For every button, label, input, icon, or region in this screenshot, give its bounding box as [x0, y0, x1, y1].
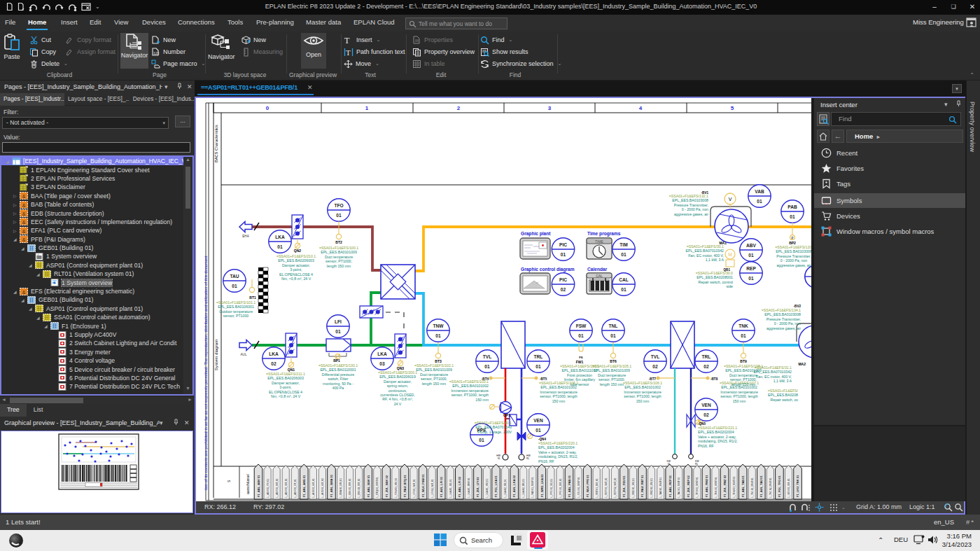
svg-text:Repair switch, control: Repair switch, control — [698, 280, 733, 284]
svg-text:T: T — [346, 48, 351, 57]
svg-text:3-point,: 3-point, — [279, 385, 291, 389]
svg-text:Nm, <0,8 m³, 24 V: Nm, <0,8 m³, 24 V — [271, 394, 301, 398]
svg-text:QN2: QN2 — [294, 249, 302, 253]
svg-text:TNL: TNL — [609, 323, 618, 328]
svg-text:EPL_EES.BA0206019: EPL_EES.BA0206019 — [379, 375, 416, 379]
svg-text:01: 01 — [741, 333, 746, 338]
svg-text:Immersion temperature: Immersion temperature — [540, 390, 578, 394]
svg-text:0 - 2000 Pa, non: 0 - 2000 Pa, non — [774, 321, 801, 326]
svg-text:L_ABV 01_FR_01: L_ABV 01_FR_01 — [267, 479, 270, 498]
svg-text:LKA: LKA — [275, 235, 285, 239]
svg-text:&: & — [22, 289, 26, 294]
svg-text:L_REP 02_WM_01: L_REP 02_WM_01 — [614, 477, 617, 497]
svg-text:F1_ZUL_PZU 01: F1_ZUL_PZU 01 — [622, 475, 626, 497]
svg-text:&: & — [22, 211, 26, 216]
svg-text:sensor, PT1000,: sensor, PT1000, — [730, 377, 757, 382]
svg-text:EPL_EES.BA0101009: EPL_EES.BA0101009 — [321, 250, 357, 254]
svg-text:-BT8: -BT8 — [710, 377, 718, 381]
svg-text:EHA: EHA — [242, 235, 249, 238]
svg-text:150 mm: 150 mm — [475, 398, 489, 402]
svg-text:Duct temperature: Duct temperature — [420, 372, 448, 377]
svg-text:Outdoor temperature: Outdoor temperature — [219, 309, 253, 314]
svg-text:EPL_EES.BA0110001: EPL_EES.BA0110001 — [320, 368, 356, 372]
svg-text:Pressure Transmitter,: Pressure Transmitter, — [776, 254, 811, 258]
svg-text:EPL_EES.BA0103008: EPL_EES.BA0103008 — [672, 198, 708, 202]
svg-text:FSW: FSW — [576, 323, 587, 328]
svg-text:F1_RAU_BTQ 01: F1_RAU_BTQ 01 — [403, 474, 407, 497]
svg-text:L_ABV 01_SM_01: L_ABV 01_SM_01 — [285, 478, 288, 497]
svg-text:spring return,: spring return, — [387, 384, 409, 388]
svg-text:L_PZU 01_MWP 01: L_PZU 01_MWP 01 — [578, 477, 580, 497]
svg-text:F1_ABL_PAB 01: F1_ABL_PAB 01 — [568, 475, 571, 497]
svg-text:ABV: ABV — [746, 243, 757, 248]
svg-text:L_FSW 01_SM_01: L_FSW 01_SM_01 — [395, 477, 398, 497]
svg-text:=SSA01+F1&EFS/120.: =SSA01+F1&EFS/120. — [775, 245, 811, 249]
svg-text:currentless CLOSED,: currentless CLOSED, — [380, 393, 415, 397]
svg-text:TVL: TVL — [483, 354, 491, 359]
svg-text:02: 02 — [652, 364, 658, 369]
svg-text:GP1: GP1 — [503, 413, 510, 417]
svg-text:L_RBT 01_BM_01: L_RBT 01_BM_01 — [596, 478, 598, 497]
svg-text:TRL: TRL — [702, 354, 711, 359]
svg-text:5: 5 — [731, 105, 734, 111]
svg-text:&: & — [22, 194, 26, 199]
svg-text:01: 01 — [748, 276, 754, 281]
svg-text:01: 01 — [232, 284, 237, 288]
svg-text:continuous,: continuous, — [388, 389, 407, 393]
svg-text:RL: RL — [695, 463, 698, 466]
svg-text:01: 01 — [621, 252, 626, 257]
svg-text:F1_ABL_REP 01: F1_ABL_REP 01 — [668, 475, 672, 497]
svg-text:EPL_EES.BA0208001: EPL_EES.BA0208001 — [696, 275, 733, 279]
svg-text:=SSA01+F1&EFS/31.1: =SSA01+F1&EFS/31.1 — [755, 365, 792, 370]
svg-text:L_TNW 01_MWT 01: L_TNW 01_MWT 01 — [733, 476, 736, 497]
svg-text:PN16, RF: PN16, RF — [538, 459, 554, 463]
svg-text:L_TAU 01_MWT 01: L_TAU 01_MWT 01 — [678, 477, 680, 498]
svg-text:F1_WRG_LKA 03: F1_WRG_LKA 03 — [540, 474, 544, 497]
svg-text:&: & — [22, 228, 26, 233]
svg-text:L_PPE 01_BM_01: L_PPE 01_BM_01 — [559, 478, 562, 497]
svg-text:02: 02 — [704, 412, 709, 417]
svg-text:&: & — [22, 237, 26, 242]
svg-text:LKA: LKA — [269, 351, 279, 356]
svg-text:aggressive gases, air: aggressive gases, air — [776, 263, 811, 267]
svg-text:F1_ABL_LFI 02: F1_ABL_LFI 02 — [458, 476, 461, 497]
svg-text:Immersion temperature: Immersion temperature — [624, 390, 662, 394]
svg-text:L_TNK 01_MWT 01: L_TNK 01_MWT 01 — [715, 477, 718, 497]
svg-text:Valve + actuator, 2-way,: Valve + actuator, 2-way, — [698, 435, 736, 439]
svg-text:F1_ANL_ANS 01: F1_ANL_ANS 01 — [302, 475, 306, 497]
svg-text:sensor, PT1000,: sensor, PT1000, — [326, 259, 352, 263]
svg-text:Fan, EC motor, 400 V,: Fan, EC motor, 400 V, — [688, 253, 724, 258]
svg-text:=SSA01+F1&EFS/40.1: =SSA01+F1&EFS/40.1 — [475, 421, 512, 425]
svg-text:Duct temperature: Duct temperature — [598, 373, 626, 377]
svg-text:P: P — [791, 237, 793, 240]
svg-text:modulating, DN15, R1/2,: modulating, DN15, R1/2, — [538, 454, 578, 459]
svg-text:sensor, PT1000, length: sensor, PT1000, length — [720, 394, 757, 398]
svg-text:=SSA01+F1&EFS/30.1: =SSA01+F1&EFS/30.1 — [687, 244, 724, 249]
svg-text:Pressure Transmitter,: Pressure Transmitter, — [674, 203, 708, 207]
svg-text:02: 02 — [271, 361, 276, 366]
svg-text:monitoring, 50 Pa -: monitoring, 50 Pa - — [323, 382, 354, 386]
svg-text:Duct temperature: Duct temperature — [325, 255, 353, 259]
svg-text:EPL_EES.BA0202004: EPL_EES.BA0202004 — [698, 430, 734, 434]
svg-text:PAB: PAB — [788, 204, 797, 209]
svg-text:400 Pa: 400 Pa — [332, 386, 344, 390]
svg-text:TNK: TNK — [738, 323, 748, 328]
svg-text:01: 01 — [484, 364, 490, 369]
svg-text:BP1: BP1 — [333, 358, 340, 363]
svg-text:24 V: 24 V — [394, 402, 402, 406]
svg-text:01: 01 — [757, 199, 762, 204]
svg-text:L_BMA 01_BM_01: L_BMA 01_BM_01 — [340, 478, 342, 498]
svg-text:BT2: BT2 — [335, 240, 342, 244]
svg-text:=SSA01+F1&EFS/200.1: =SSA01+F1&EFS/200.1 — [378, 370, 417, 375]
svg-text:M: M — [728, 252, 732, 257]
svg-text:Damper actuator,: Damper actuator, — [282, 263, 310, 267]
svg-text:L_LKA 02_BM_01: L_LKA 02_BM_01 — [522, 479, 525, 498]
svg-text:EPL_EES.BA0701043: EPL_EES.BA0701043 — [475, 425, 512, 429]
svg-text:F1_FOL_LKA 01: F1_FOL_LKA 01 — [494, 475, 498, 497]
svg-text:01: 01 — [479, 438, 484, 442]
svg-text:Damper actuator,: Damper actuator, — [384, 379, 412, 384]
svg-text:01: 01 — [536, 364, 541, 369]
svg-text:F1_LKU_TNK 01: F1_LKU_TNK 01 — [796, 475, 799, 497]
svg-text:L_VEN 01_SM_01: L_VEN 01_SM_01 — [788, 478, 790, 497]
svg-text:F1_ABL_ABV 01: F1_ABL_ABV 01 — [257, 475, 260, 497]
